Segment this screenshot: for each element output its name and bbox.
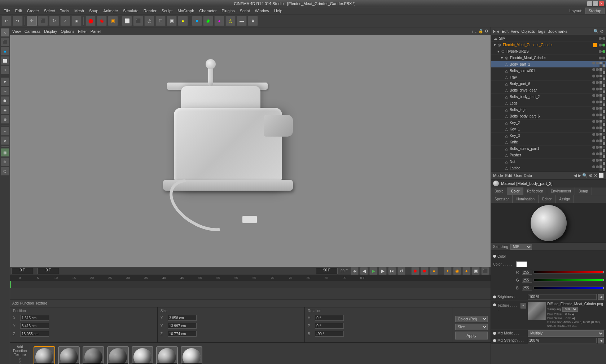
om-row-legs[interactable]: △ Legs bbox=[491, 100, 606, 107]
om-settings-icon[interactable]: ⚙ bbox=[600, 29, 604, 34]
mix-mode-select[interactable]: Multiply Normal Add bbox=[528, 330, 604, 337]
menu-help[interactable]: Help bbox=[272, 8, 285, 14]
om-menu-view[interactable]: View bbox=[511, 29, 519, 34]
key3-btn[interactable]: ● bbox=[462, 267, 470, 275]
minimize-button[interactable]: ─ bbox=[587, 1, 592, 6]
end-frame[interactable]: 90 F bbox=[316, 268, 338, 274]
stage-btn[interactable]: ☐ bbox=[155, 16, 166, 26]
cube-btn[interactable]: ■ bbox=[192, 16, 202, 26]
render-settings[interactable]: ⬤ bbox=[85, 16, 96, 26]
me-settings-icon[interactable]: ⚙ bbox=[589, 173, 593, 178]
menu-mesh[interactable]: Mesh bbox=[72, 8, 86, 14]
apply-button[interactable]: Apply bbox=[455, 332, 488, 339]
b-bar-container[interactable] bbox=[533, 287, 604, 289]
first-frame-btn[interactable]: ⏮ bbox=[351, 267, 359, 275]
menu-animate[interactable]: Animate bbox=[101, 8, 120, 14]
vp-icon-up[interactable]: ↑ bbox=[471, 29, 474, 34]
mat-menu-texture[interactable]: Texture bbox=[14, 353, 26, 357]
texture-add-btn[interactable]: + bbox=[521, 303, 526, 308]
menu-plugins[interactable]: Plugins bbox=[220, 8, 237, 14]
object-rel-select[interactable]: Object (Rel) bbox=[455, 316, 488, 322]
blur-offset-btn[interactable]: ◀ bbox=[572, 312, 574, 316]
bp-menu-add[interactable]: Add bbox=[12, 301, 19, 305]
r-bar-container[interactable] bbox=[533, 271, 604, 274]
om-row-bbp6[interactable]: △ Bolts_body_part_6 bbox=[491, 113, 606, 120]
vp-icon-lock[interactable]: 🔒 bbox=[478, 29, 483, 34]
mix-strength-value[interactable]: 100 % bbox=[528, 338, 597, 343]
key4-btn[interactable]: ▣ bbox=[472, 267, 480, 275]
maximize-button[interactable]: □ bbox=[593, 1, 598, 6]
record2-btn[interactable]: ⏺ bbox=[421, 267, 429, 275]
menu-edit[interactable]: Edit bbox=[13, 8, 24, 14]
sampling-select[interactable]: MIP None Bilinear bbox=[510, 244, 532, 250]
loop-btn[interactable]: ↺ bbox=[398, 267, 405, 275]
prev-frame-btn[interactable]: ◀ bbox=[360, 267, 368, 275]
om-menu-edit[interactable]: Edit bbox=[502, 29, 509, 34]
color-swatch[interactable] bbox=[516, 261, 527, 267]
me-tab-illumination[interactable]: Illumination bbox=[513, 195, 539, 203]
size-z-input[interactable] bbox=[168, 331, 197, 337]
me-tab-basic[interactable]: Basic bbox=[491, 187, 507, 195]
om-row-pusher[interactable]: △ Pusher bbox=[491, 152, 606, 159]
left-tool-7[interactable]: ✂ bbox=[1, 87, 9, 96]
menu-mograph[interactable]: MoGraph bbox=[175, 8, 196, 14]
material-plastic-boc[interactable]: Plastic_boc bbox=[83, 346, 104, 364]
mat-menu-function[interactable]: Function bbox=[13, 349, 27, 353]
left-tool-8[interactable]: ⬢ bbox=[1, 96, 9, 105]
render-view[interactable]: ◉ bbox=[97, 16, 107, 26]
vp-menu-filter[interactable]: Filter bbox=[78, 29, 87, 34]
select-tool[interactable]: ✛ bbox=[27, 16, 37, 26]
last-frame-btn[interactable]: ⏭ bbox=[388, 267, 396, 275]
menu-script[interactable]: Script bbox=[238, 8, 252, 14]
material-metal-plug[interactable]: Metal_plug bbox=[156, 346, 178, 364]
mat-menu-add[interactable]: Add bbox=[17, 345, 23, 349]
om-menu-file[interactable]: File bbox=[493, 29, 500, 34]
brightness-btn[interactable]: ◀ bbox=[598, 294, 604, 300]
tex-sampling-select[interactable]: MIP bbox=[562, 307, 578, 312]
me-menu-edit[interactable]: Edit bbox=[505, 173, 512, 178]
play-btn[interactable]: ▶ bbox=[369, 267, 377, 275]
auto-btn[interactable]: ● bbox=[430, 267, 438, 275]
key2-btn[interactable]: ◉ bbox=[453, 267, 461, 275]
light-btn[interactable]: ● bbox=[178, 16, 188, 26]
material-plastic-plu[interactable]: Plastic_plu bbox=[181, 346, 202, 364]
om-row-sky[interactable]: ☁ Sky bbox=[491, 35, 606, 42]
figure-btn[interactable]: ♟ bbox=[248, 16, 258, 26]
menu-snap[interactable]: Snap bbox=[87, 8, 101, 14]
material-metal-bod[interactable]: Metal_bod bbox=[34, 346, 55, 364]
om-row-body2[interactable]: △ Body_part_2 bbox=[491, 61, 606, 68]
next-frame-btn[interactable]: ▶ bbox=[379, 267, 387, 275]
me-menu-userdata[interactable]: User Data bbox=[514, 173, 532, 178]
move-tool[interactable]: ⬛ bbox=[38, 16, 48, 26]
menu-create[interactable]: Create bbox=[25, 8, 41, 14]
menu-select[interactable]: Select bbox=[42, 8, 57, 14]
mix-strength-btn[interactable]: ◀ bbox=[598, 338, 604, 343]
om-row-key1[interactable]: △ Key_1 bbox=[491, 126, 606, 133]
me-search-icon[interactable]: 🔍 bbox=[582, 173, 588, 178]
me-menu-mode[interactable]: Mode bbox=[493, 173, 503, 178]
me-nav-next[interactable]: ▶ bbox=[578, 173, 581, 178]
menu-simulate[interactable]: Simulate bbox=[121, 8, 141, 14]
vp-icon-settings[interactable]: ⚙ bbox=[485, 29, 488, 34]
playhead[interactable] bbox=[10, 281, 11, 288]
om-menu-tags[interactable]: Tags bbox=[537, 29, 545, 34]
om-row-body6[interactable]: △ Body_part_6 bbox=[491, 81, 606, 87]
foreground-btn[interactable]: ◎ bbox=[144, 16, 154, 26]
viewport-3d[interactable] bbox=[10, 35, 491, 267]
om-row-emg2[interactable]: ▼ ◎ Electric_Meat_Grinder bbox=[491, 55, 606, 61]
material-metal-latti[interactable]: Metal_latti bbox=[132, 346, 153, 364]
om-row-bsp1[interactable]: △ Bolts_screw_part1 bbox=[491, 146, 606, 152]
menu-sculpt[interactable]: Sculpt bbox=[159, 8, 175, 14]
key5-btn[interactable]: ⬛ bbox=[481, 267, 489, 275]
undo-button[interactable]: ↩ bbox=[1, 16, 12, 26]
om-row-hyper[interactable]: ▼ ⬡ HyperNURBS bbox=[491, 48, 606, 55]
record-btn[interactable]: ⏺ bbox=[411, 267, 419, 275]
rot-h-input[interactable] bbox=[315, 315, 344, 321]
left-tool-10[interactable]: ⊕ bbox=[1, 115, 9, 124]
size-select[interactable]: Size bbox=[455, 324, 488, 330]
vp-menu-view[interactable]: View bbox=[12, 29, 21, 34]
bp-menu-function[interactable]: Function bbox=[20, 301, 34, 305]
redo-button[interactable]: ↪ bbox=[13, 16, 23, 26]
floor-btn[interactable]: ⬜ bbox=[122, 16, 132, 26]
pos-y-input[interactable] bbox=[20, 323, 49, 329]
